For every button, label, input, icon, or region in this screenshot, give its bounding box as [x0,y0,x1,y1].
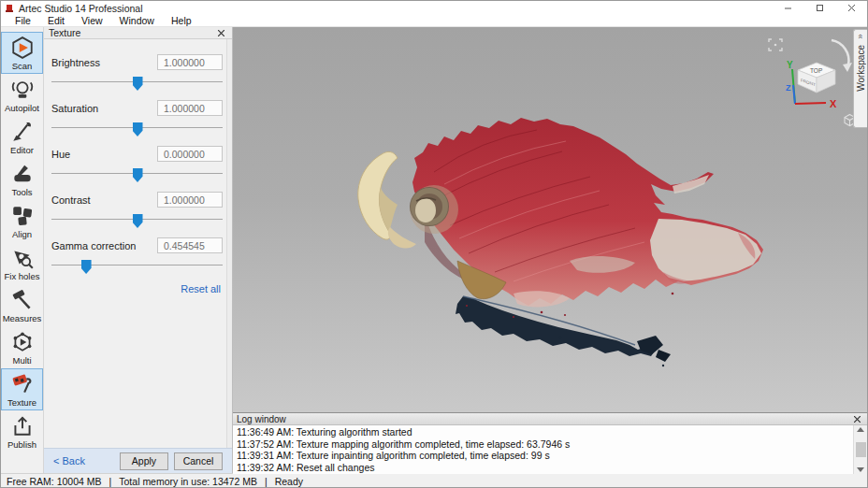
scroll-down-icon[interactable] [857,467,864,472]
hue-slider-thumb[interactable] [133,168,143,182]
saturation-label: Saturation [51,103,98,114]
ready-status: Ready [275,476,303,487]
editor-icon [10,120,35,144]
tools-icon [10,162,35,186]
texture-panel-body: Brightness 1.000000 Saturation 1.000000 [44,39,232,448]
publish-icon [10,414,35,438]
3d-viewport[interactable]: Y Z X TOP FRONT « [233,27,867,412]
menu-help[interactable]: Help [163,15,200,26]
slider-row-contrast: Contrast 1.000000 [51,192,223,225]
log-entries: 11:36:49 AM: Texturing algorithm started… [233,425,853,474]
sidebar-item-measures[interactable]: Measures [1,284,43,326]
sidebar-item-fix-holes[interactable]: Fix holes [1,242,43,284]
log-scrollbar[interactable] [853,425,867,474]
apply-button[interactable]: Apply [120,452,168,470]
contrast-slider-thumb[interactable] [133,214,143,228]
measures-icon [10,288,35,312]
panel-close-icon[interactable] [214,27,227,38]
sidebar-item-label: Editor [10,145,34,155]
sidebar-item-label: Tools [11,187,32,197]
fit-view-icon[interactable] [768,38,783,51]
gamma-value-field[interactable]: 0.454545 [157,237,223,253]
sidebar-item-publish[interactable]: Publish [1,410,43,452]
brightness-value-field[interactable]: 1.000000 [157,54,223,70]
menu-bar: File Edit View Window Help [1,15,867,27]
scan-icon [10,36,35,60]
contrast-slider[interactable] [51,214,223,225]
status-bar: Free RAM: 10004 MB | Total memory in use… [1,473,867,488]
texture-panel-footer: < Back Apply Cancel [44,448,232,473]
sidebar-item-label: Texture [7,397,36,408]
menu-window[interactable]: Window [111,15,163,26]
brightness-label: Brightness [51,57,100,68]
slider-row-brightness: Brightness 1.000000 [51,54,223,88]
saturation-slider[interactable] [51,122,223,134]
reset-all-link[interactable]: Reset all [181,283,221,294]
contrast-label: Contrast [51,194,91,206]
workspace-tab-label: Workspace [856,45,866,92]
texture-panel-title: Texture [49,27,214,38]
axis-y-label: Y [787,60,793,70]
status-separator: | [109,476,112,487]
slider-row-saturation: Saturation 1.000000 [51,100,223,134]
texture-icon [10,372,35,396]
slider-row-gamma: Gamma correction 0.454545 [51,237,223,271]
close-button[interactable] [835,1,867,15]
back-link[interactable]: < Back [53,455,85,466]
log-entry: 11:36:49 AM: Texturing algorithm started [237,426,849,438]
sidebar-item-autopilot[interactable]: Autopilot [1,74,43,116]
sidebar-item-label: Autopilot [5,103,39,113]
scanned-model-parrot-head[interactable] [233,27,867,412]
sidebar-item-multi[interactable]: Multi [1,326,43,368]
menu-view[interactable]: View [73,15,111,26]
title-bar: Artec Studio 14 Professional [1,1,867,15]
log-close-icon[interactable] [850,413,863,424]
navigation-cube[interactable]: Y Z X TOP FRONT [783,57,848,115]
maximize-button[interactable] [803,1,835,15]
minimize-button[interactable] [772,1,803,15]
workspace-panel-tab[interactable]: « Workspace [853,29,867,128]
contrast-value-field[interactable]: 1.000000 [157,192,223,208]
app-logo-icon [5,4,14,13]
hue-value-field[interactable]: 0.000000 [157,146,223,162]
brightness-slider-thumb[interactable] [133,77,143,91]
sidebar-item-align[interactable]: Align [1,200,43,242]
log-window-header: Log window [233,413,867,425]
log-entry: 11:37:52 AM: Texture mapping algorithm c… [237,438,849,451]
texture-panel: Texture Brightness 1.000000 [44,27,233,473]
saturation-slider-thumb[interactable] [133,122,143,136]
sidebar-item-texture[interactable]: Texture [1,368,43,410]
gamma-slider-thumb[interactable] [81,260,92,274]
saturation-value-field[interactable]: 1.000000 [157,100,223,116]
sidebar-item-tools[interactable]: Tools [1,158,43,200]
log-entry: 11:39:32 AM: Reset all changes [237,462,849,474]
sidebar-item-label: Align [12,229,32,239]
cancel-button[interactable]: Cancel [174,452,223,470]
hue-label: Hue [51,149,70,160]
gamma-correction-label: Gamma correction [51,240,136,251]
sidebar: Scan Autopilot Editor [1,27,44,473]
fix-holes-icon [10,246,35,270]
sidebar-item-scan[interactable]: Scan [1,32,43,74]
gamma-slider[interactable] [51,260,223,271]
log-window-title: Log window [237,414,850,424]
brightness-slider[interactable] [51,77,223,88]
memory-in-use-status: Total memory in use: 13472 MB [119,476,257,487]
sidebar-item-label: Scan [12,61,33,71]
slider-row-hue: Hue 0.000000 [51,146,223,179]
axis-z-label: Z [786,83,791,93]
sidebar-item-label: Measures [3,313,42,323]
menu-file[interactable]: File [7,15,39,26]
multi-icon [10,330,35,354]
status-separator: | [265,476,268,487]
scrollbar-thumb[interactable] [856,442,866,457]
menu-edit[interactable]: Edit [39,15,73,26]
panel-scrollbar[interactable] [226,39,232,448]
hue-slider[interactable] [51,168,223,179]
sidebar-item-label: Fix holes [4,271,39,281]
sidebar-item-editor[interactable]: Editor [1,116,43,158]
window-title: Artec Studio 14 Professional [19,3,772,14]
scroll-up-icon[interactable] [857,427,864,432]
sidebar-item-label: Multi [12,355,31,366]
cube-top-face-label: TOP [810,67,822,74]
